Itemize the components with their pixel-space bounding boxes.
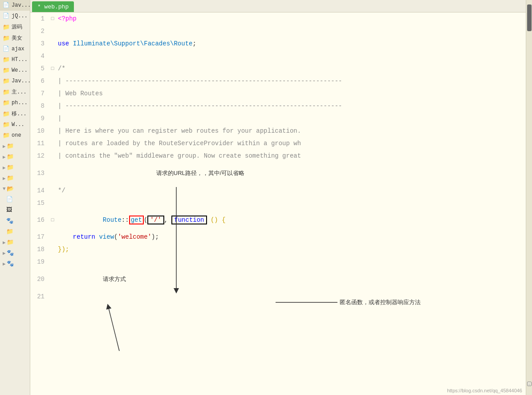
sidebar-item-7[interactable]: 📁 We...: [0, 65, 30, 76]
code-table: 1 □ <?php 2 3 use Illuminate\Support\Fac…: [30, 12, 526, 303]
table-row: 17 return view('welcome');: [30, 231, 526, 243]
table-row: 14 */: [30, 184, 526, 197]
sidebar-label-2: jQ...: [12, 13, 28, 19]
sidebar-item-2[interactable]: 📄 jQ...: [0, 11, 30, 21]
table-row: 16 □ Route::get('/', function () {: [30, 209, 526, 231]
sidebar-label-6: HT...: [12, 57, 28, 63]
sidebar-item-17[interactable]: ▶ 📁: [0, 173, 30, 183]
fold-button: [49, 162, 56, 184]
tab-bar: * web.php: [30, 0, 526, 12]
line-number: 11: [30, 137, 49, 150]
line-number: 10: [30, 125, 49, 137]
sidebar-item-16[interactable]: ▶ 📁: [0, 162, 30, 173]
code-line-3: use Illuminate\Support\Facades\Route;: [56, 37, 526, 50]
sidebar-item-10[interactable]: 📁 ph...: [0, 98, 30, 108]
img-icon-20: 🖼: [6, 207, 13, 214]
fold-button[interactable]: □: [49, 62, 56, 75]
table-row: 7 | Web Routes: [30, 87, 526, 100]
table-row: 20 请求方式: [30, 268, 526, 290]
sidebar-item-4[interactable]: 📁 美女: [0, 33, 30, 44]
sidebar-label-3: 源码: [12, 23, 22, 31]
scrollbar-thumb[interactable]: [527, 4, 532, 31]
function-highlight: function: [171, 216, 207, 224]
table-row: 1 □ <?php: [30, 12, 526, 25]
sidebar-label-9: 主...: [12, 88, 27, 96]
sidebar-item-13[interactable]: 📁 one: [0, 130, 30, 141]
table-row: 4: [30, 50, 526, 62]
code-line-11: | routes are loaded by the RouteServiceP…: [56, 137, 526, 150]
settings-icon[interactable]: ☺: [527, 382, 532, 386]
table-row: 13 请求的URL路径，，其中/可以省略: [30, 162, 526, 184]
fold-button[interactable]: □: [49, 12, 56, 25]
sidebar-item-8[interactable]: 📁 Jav...: [0, 76, 30, 86]
line-number: 12: [30, 150, 49, 162]
sidebar-item-15[interactable]: ▶ 📁: [0, 151, 30, 162]
line-number: 16: [30, 209, 49, 231]
sidebar-item-24[interactable]: ▶ 🐾: [0, 248, 30, 258]
sidebar-label-1: Jav...: [12, 2, 30, 8]
sidebar-item-11[interactable]: 📁 移...: [0, 108, 30, 119]
fold-button: [49, 268, 56, 290]
sidebar-item-23[interactable]: ▶ 📁: [0, 237, 30, 248]
sidebar-label-8: Jav...: [12, 78, 30, 84]
file-icon-5: 📄: [3, 45, 10, 53]
folder-icon-18: 📂: [7, 185, 14, 192]
get-highlight: get: [129, 216, 144, 224]
sidebar-item-6[interactable]: 📁 HT...: [0, 54, 30, 65]
table-row: 15: [30, 197, 526, 209]
folder-icon-16: 📁: [7, 164, 14, 171]
sidebar-item-1[interactable]: 📄 Jav...: [0, 0, 30, 11]
table-row: 8 | ------------------------------------…: [30, 100, 526, 112]
line-number: 17: [30, 231, 49, 243]
table-row: 2: [30, 25, 526, 37]
table-row: 21: [30, 290, 526, 303]
folder-icon-15: 📁: [7, 153, 14, 160]
code-line-9: |: [56, 112, 526, 125]
sidebar-item-18[interactable]: ▼ 📂: [0, 183, 30, 194]
sidebar-label-11: 移...: [12, 110, 27, 118]
folder-icon-17: 📁: [7, 175, 14, 182]
fold-button: [49, 50, 56, 62]
sidebar-item-14[interactable]: ▶ 📁: [0, 141, 30, 151]
line-number: 15: [30, 197, 49, 209]
sidebar-label-7: We...: [12, 67, 28, 73]
fold-button[interactable]: □: [49, 209, 56, 231]
code-line-12: | contains the "web" middleware group. N…: [56, 150, 526, 162]
code-line-1: <?php: [56, 12, 526, 25]
fold-button: [49, 184, 56, 197]
code-editor[interactable]: 1 □ <?php 2 3 use Illuminate\Support\Fac…: [30, 12, 526, 395]
sidebar-item-25[interactable]: ▶ 🐾: [0, 258, 30, 269]
fold-button: [49, 231, 56, 243]
code-line-16: Route::get('/', function () {: [56, 209, 526, 231]
line-number: 6: [30, 75, 49, 87]
table-row: 18 });: [30, 243, 526, 256]
folder-icon-11: 📁: [3, 110, 10, 118]
tab-web-php[interactable]: * web.php: [32, 1, 74, 12]
sidebar-item-20[interactable]: 🖼: [0, 205, 30, 216]
icon-25: 🐾: [7, 260, 14, 267]
sidebar-item-9[interactable]: 📁 主...: [0, 86, 30, 98]
code-line-4: [56, 50, 526, 62]
file-icon: 📄: [3, 2, 10, 9]
folder-icon-10: 📁: [3, 99, 10, 106]
sidebar-item-19[interactable]: 📄: [0, 194, 30, 205]
sidebar-item-12[interactable]: 📁 W...: [0, 119, 30, 130]
folder-icon-12: 📁: [3, 121, 10, 128]
code-line-19: [56, 256, 526, 268]
fold-button: [49, 125, 56, 137]
fold-button: [49, 256, 56, 268]
sidebar-item-22[interactable]: 📁: [0, 226, 30, 237]
sidebar-item-3[interactable]: 📁 源码: [0, 21, 30, 33]
line-number: 5: [30, 62, 49, 75]
sidebar-item-5[interactable]: 📄 ajax: [0, 44, 30, 54]
sidebar: 📄 Jav... 📄 jQ... 📁 源码 📁 美女 📄 ajax 📁 HT..…: [0, 0, 30, 395]
table-row: 9 |: [30, 112, 526, 125]
watermark: https://blog.csdn.net/qq_45844046: [447, 388, 522, 393]
sidebar-item-21[interactable]: 🐾: [0, 216, 30, 226]
main-editor: * web.php 1 □ <?php 2 3: [30, 0, 526, 395]
right-scrollbar[interactable]: ☺: [526, 0, 532, 395]
folder-icon-7: 📁: [3, 67, 10, 74]
fold-button: [49, 137, 56, 150]
line-number: 1: [30, 12, 49, 25]
code-line-2: [56, 25, 526, 37]
